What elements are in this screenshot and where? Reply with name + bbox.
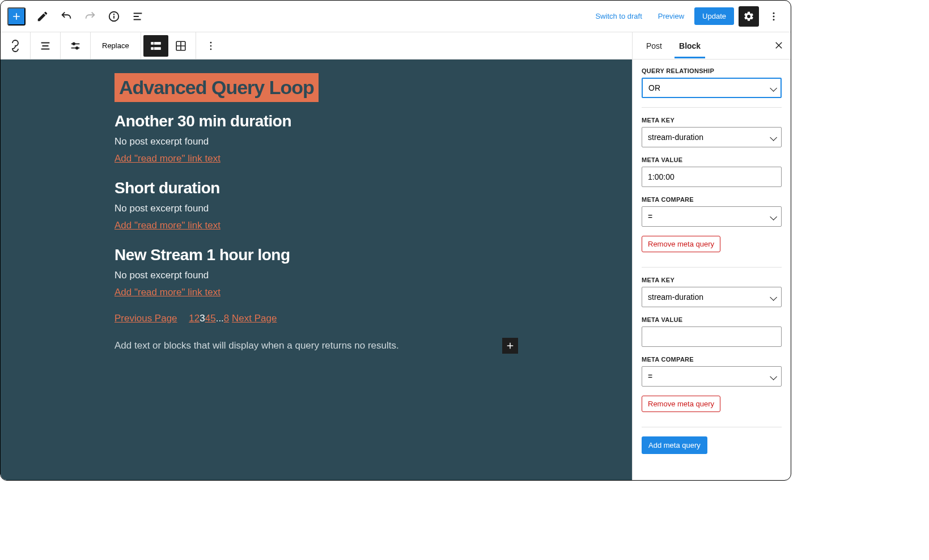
page-link-4[interactable]: 4 — [205, 313, 210, 324]
svg-rect-16 — [151, 42, 153, 44]
remove-meta-query-button[interactable]: Remove meta query — [642, 236, 720, 252]
page-ellipsis: ... — [216, 313, 224, 324]
block-more-icon[interactable] — [198, 35, 223, 57]
meta-compare-select[interactable]: = — [642, 366, 782, 387]
post-excerpt: No post excerpt found — [114, 270, 518, 281]
svg-rect-17 — [154, 42, 160, 44]
svg-point-13 — [73, 43, 75, 45]
display-settings-icon[interactable] — [63, 35, 88, 57]
svg-point-23 — [210, 41, 211, 43]
meta-value-input[interactable] — [642, 326, 782, 347]
editor-top-toolbar: Switch to draft Preview Update — [1, 1, 791, 32]
grid-view-icon[interactable] — [168, 35, 193, 57]
post-item: New Stream 1 hour long No post excerpt f… — [114, 246, 518, 298]
settings-sidebar: Post Block Query Relationship OR Meta Ke… — [632, 32, 791, 480]
svg-point-6 — [773, 12, 775, 14]
prev-page-link[interactable]: Previous Page — [114, 313, 177, 324]
switch-draft-button[interactable]: Switch to draft — [589, 9, 647, 24]
page-link-2[interactable]: 2 — [194, 313, 200, 324]
post-title[interactable]: Short duration — [114, 179, 518, 197]
post-item: Short duration No post excerpt found Add… — [114, 179, 518, 231]
meta-key-label: Meta Key — [642, 117, 782, 124]
meta-value-label: Meta Value — [642, 156, 782, 163]
meta-key-label: Meta Key — [642, 277, 782, 283]
svg-rect-19 — [154, 47, 160, 49]
read-more-link[interactable]: Add "read more" link text — [114, 153, 220, 164]
list-view-icon[interactable] — [143, 35, 168, 57]
read-more-link[interactable]: Add "read more" link text — [114, 287, 220, 298]
add-meta-query-button[interactable]: Add meta query — [642, 436, 707, 454]
undo-icon[interactable] — [56, 6, 77, 27]
divider — [642, 267, 782, 268]
meta-compare-label: Meta Compare — [642, 196, 782, 203]
tab-block[interactable]: Block — [675, 33, 705, 58]
meta-value-label: Meta Value — [642, 316, 782, 323]
meta-compare-label: Meta Compare — [642, 356, 782, 363]
read-more-link[interactable]: Add "read more" link text — [114, 220, 220, 231]
page-link-1[interactable]: 1 — [189, 313, 194, 324]
update-button[interactable]: Update — [694, 7, 734, 25]
info-icon[interactable] — [104, 6, 124, 27]
query-relationship-label: Query Relationship — [642, 67, 782, 74]
outline-icon[interactable] — [128, 6, 148, 27]
post-excerpt: No post excerpt found — [114, 136, 518, 147]
remove-meta-query-button[interactable]: Remove meta query — [642, 396, 720, 412]
query-relationship-select[interactable]: OR — [642, 78, 782, 98]
tab-post[interactable]: Post — [642, 33, 667, 58]
svg-point-25 — [210, 48, 211, 50]
settings-button[interactable] — [739, 6, 759, 27]
meta-value-input[interactable] — [642, 167, 782, 187]
query-loop-icon[interactable] — [3, 35, 28, 57]
post-title[interactable]: New Stream 1 hour long — [114, 246, 518, 264]
page-title[interactable]: Advanced Query Loop — [114, 73, 319, 102]
divider — [642, 427, 782, 427]
more-options-icon[interactable] — [763, 6, 784, 27]
divider — [642, 107, 782, 108]
next-page-link[interactable]: Next Page — [232, 313, 277, 324]
svg-point-7 — [773, 15, 775, 17]
edit-icon[interactable] — [32, 6, 53, 27]
post-title[interactable]: Another 30 min duration — [114, 112, 518, 130]
page-link-5[interactable]: 5 — [210, 313, 215, 324]
redo-icon[interactable] — [80, 6, 100, 27]
close-sidebar-icon[interactable] — [774, 40, 784, 50]
svg-point-2 — [114, 14, 114, 14]
meta-key-select[interactable]: stream-duration — [642, 127, 782, 147]
add-block-toggle[interactable] — [7, 7, 26, 26]
post-excerpt: No post excerpt found — [114, 203, 518, 214]
post-item: Another 30 min duration No post excerpt … — [114, 112, 518, 164]
preview-button[interactable]: Preview — [652, 9, 690, 24]
replace-button[interactable]: Replace — [93, 35, 138, 57]
align-icon[interactable] — [33, 35, 58, 57]
meta-key-select[interactable]: stream-duration — [642, 287, 782, 307]
svg-point-24 — [210, 45, 211, 46]
page-numbers: 12345...8 — [189, 313, 229, 324]
svg-rect-18 — [151, 47, 153, 49]
page-current: 3 — [200, 313, 205, 324]
block-toolbar: Replace — [1, 32, 632, 60]
pagination: Previous Page 12345...8 Next Page — [114, 313, 518, 324]
svg-point-8 — [773, 19, 775, 20]
svg-point-15 — [76, 46, 78, 49]
meta-compare-select[interactable]: = — [642, 206, 782, 227]
no-results-placeholder[interactable]: Add text or blocks that will display whe… — [114, 340, 399, 351]
page-link-8[interactable]: 8 — [224, 313, 229, 324]
add-block-inline-button[interactable] — [502, 338, 518, 354]
